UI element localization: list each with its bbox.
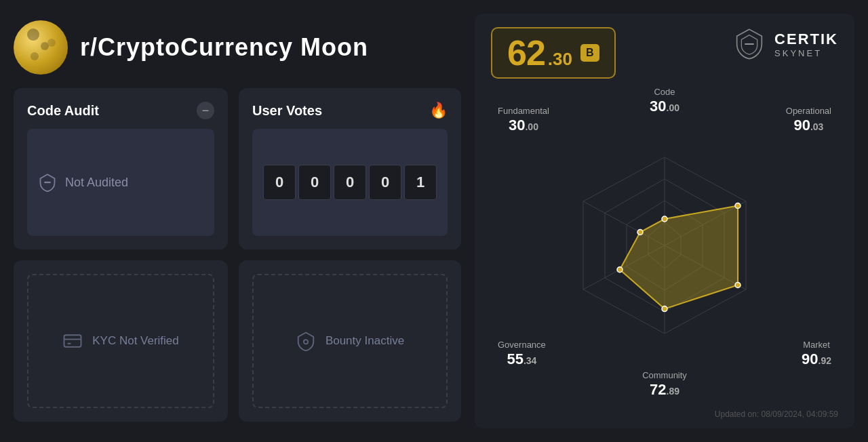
kyc-card: KYC Not Verified <box>14 260 228 422</box>
certik-shield-icon <box>732 27 766 61</box>
score-grade: B <box>580 44 599 62</box>
cards-grid: Code Audit − Not Audited User Votes 🔥 <box>14 88 461 428</box>
code-audit-title: Code Audit <box>27 103 99 119</box>
right-top: 62 .30 B CERTIK SKYNET <box>491 27 838 79</box>
community-label: Community 72.89 <box>642 370 687 399</box>
not-audited-box: Not Audited <box>27 129 214 236</box>
user-votes-card: User Votes 🔥 0 0 0 0 1 <box>239 88 461 249</box>
kyc-dashed-inner: KYC Not Verified <box>27 274 214 408</box>
digit-4: 1 <box>404 165 437 200</box>
left-panel: r/CryptoCurrency Moon Code Audit − Not A… <box>14 14 461 428</box>
bounty-dashed-inner: Bounty Inactive <box>252 274 448 408</box>
fundamental-label: Fundamental 30.00 <box>498 106 549 134</box>
market-label: Market 90.92 <box>802 340 831 368</box>
token-name: r/CryptoCurrency Moon <box>80 33 368 62</box>
updated-text: Updated on: 08/09/2024, 04:09:59 <box>491 409 838 419</box>
bounty-icon <box>296 331 316 351</box>
score-main: 62 <box>507 35 545 71</box>
certik-name: CERTIK <box>774 31 838 48</box>
code-audit-card: Code Audit − Not Audited <box>14 88 228 249</box>
digit-2: 0 <box>334 165 366 200</box>
certik-text: CERTIK SKYNET <box>774 31 838 58</box>
radar-area: Code 30.00 Operational 90.03 Market 90.9… <box>491 85 838 405</box>
kyc-icon <box>62 331 83 351</box>
code-label: Code 30.00 <box>650 87 679 115</box>
right-panel: 62 .30 B CERTIK SKYNET <box>475 14 854 428</box>
digit-1: 0 <box>298 165 331 200</box>
bounty-label: Bounty Inactive <box>326 334 404 348</box>
collapse-button[interactable]: − <box>197 102 214 119</box>
kyc-label: KYC Not Verified <box>92 334 179 348</box>
code-audit-header: Code Audit − <box>27 102 214 119</box>
operational-label: Operational 90.03 <box>786 106 831 134</box>
shield-icon <box>38 173 57 192</box>
not-audited-label: Not Audited <box>65 176 128 190</box>
digit-0: 0 <box>263 165 296 200</box>
bounty-card: Bounty Inactive <box>239 260 461 422</box>
user-votes-header: User Votes 🔥 <box>252 102 448 119</box>
radar-labels: Code 30.00 Operational 90.03 Market 90.9… <box>491 85 838 405</box>
vote-counter: 0 0 0 0 1 <box>252 129 448 236</box>
certik-sub: SKYNET <box>774 48 838 58</box>
digit-3: 0 <box>369 165 401 200</box>
svg-rect-1 <box>64 335 81 347</box>
svg-point-4 <box>304 340 308 344</box>
certik-logo: CERTIK SKYNET <box>732 27 838 61</box>
token-icon <box>14 20 68 75</box>
user-votes-title: User Votes <box>252 103 322 119</box>
score-badge: 62 .30 B <box>491 27 616 79</box>
fire-icon: 🔥 <box>429 102 448 119</box>
score-decimal: .30 <box>548 49 572 70</box>
governance-label: Governance 55.34 <box>498 340 546 368</box>
token-header: r/CryptoCurrency Moon <box>14 14 461 88</box>
